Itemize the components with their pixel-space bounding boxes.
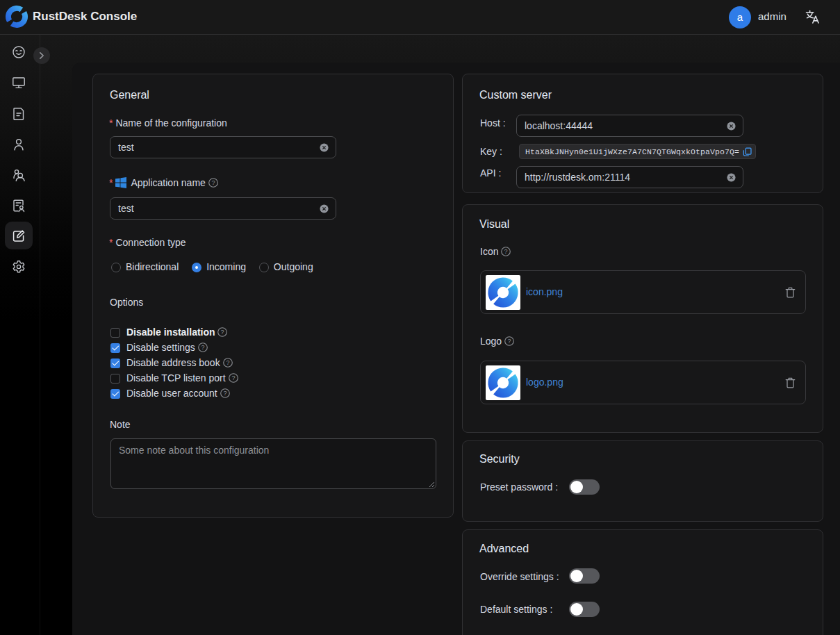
svg-text:?: ? <box>221 329 224 336</box>
svg-text:?: ? <box>201 344 204 351</box>
svg-text:?: ? <box>211 179 215 186</box>
svg-text:?: ? <box>226 359 229 366</box>
svg-text:?: ? <box>508 338 511 345</box>
svg-text:?: ? <box>231 374 235 381</box>
svg-text:?: ? <box>223 390 227 397</box>
svg-text:?: ? <box>504 248 508 255</box>
